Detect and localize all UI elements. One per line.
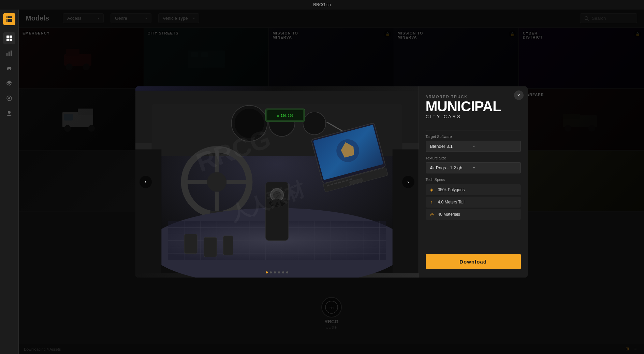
svg-rect-93 bbox=[204, 237, 217, 257]
materials-icon: ◎ bbox=[429, 212, 435, 217]
svg-point-10 bbox=[8, 97, 10, 99]
divider-1 bbox=[426, 130, 521, 130]
sidebar-logo[interactable] bbox=[3, 13, 15, 25]
svg-rect-96 bbox=[392, 149, 418, 273]
modal-close-button[interactable]: × bbox=[514, 90, 524, 100]
texture-size-dropdown[interactable]: 4k Pngs - 1.2 gb ▾ bbox=[426, 162, 521, 173]
panel-title-block: MUNICIPAL CITY CARS bbox=[426, 100, 521, 125]
sidebar-item-layers[interactable] bbox=[3, 77, 15, 89]
svg-rect-3 bbox=[10, 39, 12, 41]
sidebar-item-vehicles[interactable] bbox=[3, 62, 15, 74]
modal-image-bg: ◉ 156.750 bbox=[135, 86, 419, 278]
sidebar-item-models[interactable] bbox=[3, 32, 15, 44]
panel-main-title: MUNICIPAL bbox=[426, 100, 521, 113]
svg-rect-0 bbox=[6, 36, 9, 38]
svg-rect-5 bbox=[9, 52, 10, 56]
svg-rect-4 bbox=[6, 53, 8, 56]
dot-6[interactable] bbox=[286, 271, 288, 273]
spec-height-text: 4.0 Meters Tall bbox=[438, 200, 465, 204]
texture-size-chevron: ▾ bbox=[473, 166, 516, 170]
height-icon: ↕ bbox=[429, 199, 435, 205]
dot-4[interactable] bbox=[278, 271, 280, 273]
modal-container: × bbox=[135, 86, 528, 278]
svg-rect-1 bbox=[10, 36, 12, 38]
dot-1[interactable] bbox=[266, 271, 268, 273]
svg-point-11 bbox=[8, 111, 11, 114]
spec-materials: ◎ 40 Materials bbox=[426, 209, 521, 220]
target-software-dropdown[interactable]: Blender 3.1 ▾ bbox=[426, 141, 521, 152]
next-image-button[interactable]: › bbox=[402, 176, 414, 188]
download-button[interactable]: Download bbox=[426, 254, 521, 269]
sidebar-item-user[interactable] bbox=[3, 107, 15, 119]
top-bar-title: RRCG.cn bbox=[313, 2, 331, 7]
svg-text:◉ 156.750: ◉ 156.750 bbox=[277, 114, 293, 117]
sidebar bbox=[0, 10, 19, 354]
svg-rect-94 bbox=[223, 236, 233, 255]
car-interior-svg: ◉ 156.750 bbox=[135, 86, 419, 278]
dot-3[interactable] bbox=[274, 271, 276, 273]
spec-polygons: ◈ 350k Polygons bbox=[426, 184, 521, 195]
image-dots bbox=[266, 271, 288, 273]
modal: × bbox=[19, 10, 644, 354]
dot-5[interactable] bbox=[282, 271, 284, 273]
svg-point-50 bbox=[303, 112, 326, 134]
svg-point-41 bbox=[207, 172, 226, 192]
sidebar-item-analytics[interactable] bbox=[3, 47, 15, 59]
top-bar: RRCG.cn bbox=[0, 0, 644, 10]
panel-main-subtitle: CITY CARS bbox=[426, 114, 521, 119]
svg-point-7 bbox=[7, 69, 9, 70]
target-software-chevron: ▾ bbox=[473, 144, 516, 148]
spec-materials-text: 40 Materials bbox=[438, 212, 460, 217]
svg-point-8 bbox=[10, 69, 11, 70]
prev-image-button[interactable]: ‹ bbox=[140, 176, 152, 188]
modal-image: ◉ 156.750 bbox=[135, 86, 419, 278]
sidebar-item-settings[interactable] bbox=[3, 92, 15, 104]
tech-specs-label: Tech Specs bbox=[426, 178, 521, 182]
svg-rect-6 bbox=[11, 51, 12, 56]
svg-rect-2 bbox=[6, 39, 9, 41]
modal-panel: Armored Truck MUNICIPAL CITY CARS Target… bbox=[419, 86, 528, 278]
spec-height: ↕ 4.0 Meters Tall bbox=[426, 197, 521, 208]
texture-size-label: Texture Size bbox=[426, 156, 521, 160]
dot-2[interactable] bbox=[270, 271, 272, 273]
polygon-icon: ◈ bbox=[429, 187, 435, 193]
svg-rect-95 bbox=[135, 149, 161, 273]
target-software-label: Target Software bbox=[426, 134, 521, 139]
svg-rect-92 bbox=[184, 234, 197, 253]
spec-polygons-text: 350k Polygons bbox=[438, 187, 465, 192]
